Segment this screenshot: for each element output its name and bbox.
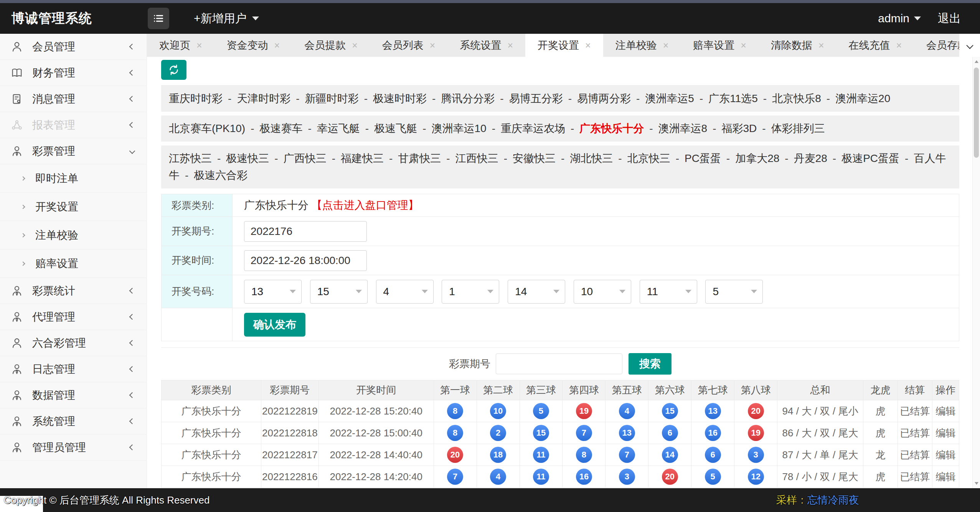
sidebar-item-admin-mgmt[interactable]: 管理员管理 (0, 434, 147, 461)
lottery-link[interactable]: 福建快三 (327, 152, 384, 164)
sidebar-item-agent-mgmt[interactable]: 代理管理 (0, 304, 147, 330)
sidebar-subitem-live-bets[interactable]: 即时注单 (0, 164, 147, 193)
close-icon[interactable] (896, 41, 902, 50)
sidebar-item-system-mgmt[interactable]: 系统管理 (0, 408, 147, 434)
edit-link[interactable]: 编辑 (932, 444, 959, 466)
lottery-link[interactable]: 北京快乐8 (758, 92, 821, 104)
edit-link[interactable]: 编辑 (932, 400, 959, 422)
sidebar-item-mark-six-mgmt[interactable]: 六合彩管理 (0, 330, 147, 356)
sidebar-item-log-mgmt[interactable]: 日志管理 (0, 356, 147, 382)
tab-fund-changes[interactable]: 资金变动 (214, 34, 292, 57)
admin-dropdown[interactable]: admin (878, 12, 921, 25)
lottery-link[interactable]: 易博五分彩 (495, 92, 563, 104)
close-icon[interactable] (663, 41, 669, 50)
lottery-link[interactable]: 体彩排列三 (757, 122, 825, 134)
issue-input[interactable] (244, 221, 367, 242)
edit-link[interactable]: 编辑 (932, 422, 959, 444)
scrollbar[interactable] (972, 57, 980, 488)
number-select-6[interactable]: 10 (574, 280, 631, 304)
tab-system-settings[interactable]: 系统设置 (447, 34, 525, 57)
search-button[interactable]: 搜索 (629, 353, 671, 375)
lottery-link[interactable]: 丹麦28 (779, 152, 827, 164)
lottery-link[interactable]: 极速赛车 (245, 122, 302, 134)
lottery-link[interactable]: 幸运飞艇 (302, 122, 360, 134)
lottery-link[interactable]: 极速快三 (212, 152, 269, 164)
tab-odds-settings[interactable]: 赔率设置 (681, 34, 759, 57)
issue-search-input[interactable] (496, 353, 622, 374)
sidebar-subitem-odds-settings[interactable]: 赔率设置 (0, 249, 147, 278)
lottery-link[interactable]: 澳洲幸运20 (821, 92, 890, 104)
close-icon[interactable] (741, 41, 746, 50)
draw-time-input[interactable] (244, 250, 367, 271)
lottery-link[interactable]: 加拿大28 (721, 152, 779, 164)
lottery-link[interactable]: 安徽快三 (498, 152, 556, 164)
sidebar-toggle-button[interactable] (148, 8, 169, 29)
lottery-link[interactable]: 极速PC蛋蛋 (827, 152, 899, 164)
tab-online-topup[interactable]: 在线充值 (836, 34, 914, 57)
edit-link[interactable]: 编辑 (932, 466, 959, 488)
scroll-down-arrow-icon[interactable] (975, 482, 978, 485)
logout-button[interactable]: 退出 (938, 11, 961, 26)
lottery-link[interactable]: PC蛋蛋 (670, 152, 721, 164)
lottery-link[interactable]: 腾讯分分彩 (427, 92, 495, 104)
number-select-4[interactable]: 1 (442, 280, 499, 304)
number-select-5[interactable]: 14 (508, 280, 565, 304)
tab-member-list[interactable]: 会员列表 (370, 34, 448, 57)
lottery-link[interactable]: 广东11选5 (694, 92, 758, 104)
sidebar-item-report-mgmt[interactable]: 报表管理 (0, 112, 147, 138)
tab-member-withdraw[interactable]: 会员提款 (292, 34, 370, 57)
lottery-link[interactable]: 重庆时时彩 (169, 92, 223, 104)
sidebar-item-lottery-stats[interactable]: 彩票统计 (0, 278, 147, 304)
close-icon[interactable] (507, 41, 513, 50)
lottery-link[interactable]: 新疆时时彩 (290, 92, 358, 104)
lottery-link[interactable]: 甘肃快三 (384, 152, 441, 164)
scrollbar-thumb[interactable] (974, 68, 979, 158)
add-user-dropdown[interactable]: +新增用户 (194, 11, 259, 26)
tab-welcome[interactable]: 欢迎页 (147, 34, 214, 57)
lottery-link[interactable]: 极速时时彩 (359, 92, 427, 104)
sidebar-subitem-bet-verify[interactable]: 注单校验 (0, 221, 147, 249)
tab-draw-settings[interactable]: 开奖设置 (525, 34, 603, 57)
confirm-publish-button[interactable]: 确认发布 (244, 313, 305, 337)
lottery-link-active[interactable]: 广东快乐十分 (565, 122, 644, 134)
lottery-link[interactable]: 澳洲幸运5 (631, 92, 694, 104)
close-icon[interactable] (352, 41, 358, 50)
sidebar-item-member-mgmt[interactable]: 会员管理 (0, 34, 147, 60)
lottery-link[interactable]: 湖北快三 (556, 152, 613, 164)
lottery-link[interactable]: 极速六合彩 (180, 169, 247, 181)
number-select-2[interactable]: 15 (310, 280, 368, 304)
refresh-button[interactable] (161, 60, 186, 80)
sample-link[interactable]: 忘情冷雨夜 (807, 494, 859, 506)
lottery-link[interactable]: 江西快三 (441, 152, 498, 164)
lottery-link[interactable]: 易博两分彩 (563, 92, 631, 104)
sidebar-subitem-draw-settings[interactable]: 开奖设置 (0, 193, 147, 221)
sidebar-item-data-mgmt[interactable]: 数据管理 (0, 382, 147, 408)
sidebar-item-finance-mgmt[interactable]: 财务管理 (0, 60, 147, 86)
lottery-link[interactable]: 极速飞艇 (360, 122, 417, 134)
number-select-3[interactable]: 4 (376, 280, 434, 304)
number-select-7[interactable]: 11 (640, 280, 697, 304)
lottery-link[interactable]: 广西快三 (269, 152, 326, 164)
close-icon[interactable] (818, 41, 824, 50)
close-icon[interactable] (196, 41, 202, 50)
lottery-link[interactable]: 北京快三 (613, 152, 670, 164)
number-select-8[interactable]: 5 (705, 280, 763, 304)
lottery-link[interactable]: 福彩3D (707, 122, 757, 134)
tab-overflow-button[interactable] (959, 34, 980, 57)
scroll-up-arrow-icon[interactable] (975, 60, 978, 63)
lottery-link[interactable]: 江苏快三 (169, 152, 212, 164)
close-icon[interactable] (585, 41, 591, 50)
lottery-link[interactable]: 重庆幸运农场 (487, 122, 565, 134)
close-icon[interactable] (274, 41, 280, 50)
sidebar-item-lottery-mgmt[interactable]: 彩票管理 (0, 138, 147, 164)
sidebar-item-message-mgmt[interactable]: 消息管理 (0, 86, 147, 112)
lottery-link[interactable]: 澳洲幸运8 (644, 122, 707, 134)
lottery-link[interactable]: 北京赛车(PK10) (169, 122, 245, 134)
lottery-link[interactable]: 澳洲幸运10 (417, 122, 486, 134)
close-icon[interactable] (430, 41, 436, 50)
market-manage-link[interactable]: 【点击进入盘口管理】 (312, 199, 419, 211)
number-select-1[interactable]: 13 (244, 280, 302, 304)
lottery-link[interactable]: 天津时时彩 (223, 92, 290, 104)
tab-bet-verify[interactable]: 注单校验 (603, 34, 681, 57)
tab-clear-data[interactable]: 清除数据 (759, 34, 836, 57)
